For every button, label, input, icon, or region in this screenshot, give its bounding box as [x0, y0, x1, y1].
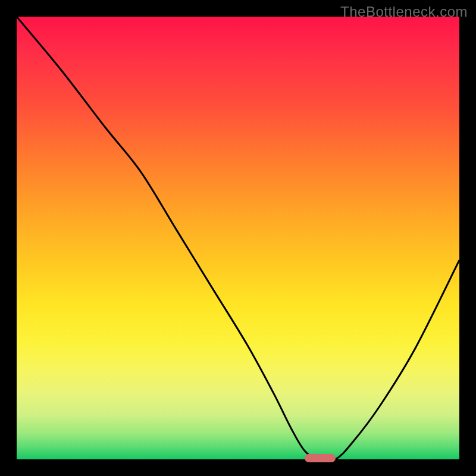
curve-layer [17, 17, 459, 459]
plot-area [17, 17, 459, 459]
chart-frame: TheBottleneck.com [0, 0, 476, 476]
optimal-marker [305, 454, 336, 462]
bottleneck-curve [17, 17, 459, 459]
